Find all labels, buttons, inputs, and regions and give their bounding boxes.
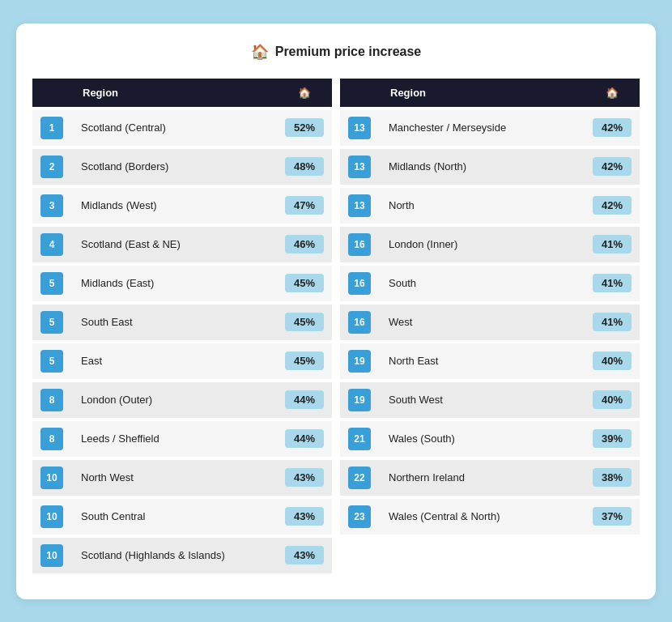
rank-badge: 16 xyxy=(348,233,371,256)
rank-cell: 22 xyxy=(340,460,381,496)
pct-pill: 45% xyxy=(285,274,324,292)
rank-cell: 10 xyxy=(32,538,73,573)
table-row: 8 Leeds / Sheffield 44% xyxy=(32,421,332,457)
region-cell: Midlands (West) xyxy=(73,188,277,224)
region-cell: North East xyxy=(381,343,585,379)
table-row: 3 Midlands (West) 47% xyxy=(32,188,332,224)
region-cell: Scotland (Central) xyxy=(73,110,277,146)
table-row: 13 North 42% xyxy=(340,188,640,224)
rank-cell: 19 xyxy=(340,343,381,379)
pct-pill: 44% xyxy=(285,390,324,409)
rank-cell: 16 xyxy=(340,266,381,301)
rank-badge: 10 xyxy=(40,544,63,567)
pct-cell: 37% xyxy=(585,499,640,535)
rank-badge: 8 xyxy=(40,389,63,411)
rank-badge: 22 xyxy=(348,466,371,489)
rank-badge: 13 xyxy=(348,117,371,139)
title-text: Premium price increase xyxy=(275,45,422,59)
table-row: 21 Wales (South) 39% xyxy=(340,421,640,457)
pct-pill: 46% xyxy=(285,235,324,253)
pct-cell: 52% xyxy=(277,110,332,146)
pct-pill: 41% xyxy=(593,274,632,292)
pct-pill: 40% xyxy=(593,390,632,409)
rank-badge: 21 xyxy=(348,428,371,450)
pct-pill: 52% xyxy=(285,118,324,137)
title-icon: 🏠 xyxy=(251,43,269,61)
rank-cell: 16 xyxy=(340,305,381,340)
pct-pill: 41% xyxy=(593,313,632,331)
table-row: 19 South West 40% xyxy=(340,382,640,418)
table-row: 23 Wales (Central & North) 37% xyxy=(340,499,640,535)
left-table: Region 🏠 1 Scotland (Central) 52% 2 Scot… xyxy=(32,75,332,577)
pct-cell: 40% xyxy=(585,343,640,379)
region-cell: Midlands (East) xyxy=(73,266,277,301)
pct-cell: 48% xyxy=(277,149,332,185)
rank-cell: 13 xyxy=(340,110,381,146)
table-row: 8 London (Outer) 44% xyxy=(32,382,332,418)
region-cell: Wales (Central & North) xyxy=(381,499,585,535)
right-region-header: Region xyxy=(381,79,585,107)
region-cell: Scotland (Highlands & Islands) xyxy=(73,538,277,573)
left-rank-header xyxy=(32,79,73,107)
region-cell: West xyxy=(381,305,585,340)
rank-badge: 13 xyxy=(348,194,371,217)
pct-cell: 45% xyxy=(277,266,332,301)
rank-cell: 13 xyxy=(340,149,381,185)
rank-badge: 5 xyxy=(40,350,63,373)
pct-cell: 41% xyxy=(585,266,640,301)
rank-cell: 8 xyxy=(32,421,73,457)
table-row: 13 Midlands (North) 42% xyxy=(340,149,640,185)
rank-badge: 19 xyxy=(348,389,371,411)
pct-pill: 44% xyxy=(285,429,324,448)
rank-badge: 4 xyxy=(40,233,63,256)
left-table-container: Region 🏠 1 Scotland (Central) 52% 2 Scot… xyxy=(32,75,332,577)
region-cell: Wales (South) xyxy=(381,421,585,457)
pct-pill: 45% xyxy=(285,351,324,370)
pct-cell: 41% xyxy=(585,227,640,262)
table-row: 10 South Central 43% xyxy=(32,499,332,535)
pct-cell: 43% xyxy=(277,499,332,535)
right-icon-header: 🏠 xyxy=(585,79,640,107)
table-row: 5 South East 45% xyxy=(32,305,332,340)
pct-cell: 42% xyxy=(585,188,640,224)
table-row: 13 Manchester / Merseyside 42% xyxy=(340,110,640,146)
pct-pill: 47% xyxy=(285,196,324,215)
pct-pill: 40% xyxy=(593,351,632,370)
right-rank-header xyxy=(340,79,381,107)
pct-pill: 43% xyxy=(285,546,324,564)
pct-cell: 46% xyxy=(277,227,332,262)
pct-pill: 42% xyxy=(593,157,632,176)
rank-badge: 3 xyxy=(40,194,63,217)
pct-cell: 45% xyxy=(277,305,332,340)
chart-title: 🏠 Premium price increase xyxy=(32,43,640,61)
rank-cell: 8 xyxy=(32,382,73,418)
card: 🏠 Premium price increase Region 🏠 1 Scot… xyxy=(16,23,656,599)
rank-badge: 5 xyxy=(40,272,63,295)
rank-badge: 5 xyxy=(40,311,63,334)
table-row: 19 North East 40% xyxy=(340,343,640,379)
rank-cell: 21 xyxy=(340,421,381,457)
region-cell: Northern Ireland xyxy=(381,460,585,496)
rank-badge: 10 xyxy=(40,466,63,489)
pct-cell: 47% xyxy=(277,188,332,224)
rank-cell: 23 xyxy=(340,499,381,535)
table-row: 5 East 45% xyxy=(32,343,332,379)
table-row: 16 London (Inner) 41% xyxy=(340,227,640,262)
pct-pill: 37% xyxy=(593,507,632,526)
rank-cell: 10 xyxy=(32,460,73,496)
pct-pill: 43% xyxy=(285,468,324,487)
rank-cell: 4 xyxy=(32,227,73,262)
region-cell: South West xyxy=(381,382,585,418)
rank-badge: 8 xyxy=(40,428,63,450)
pct-cell: 38% xyxy=(585,460,640,496)
left-icon-header: 🏠 xyxy=(277,79,332,107)
pct-cell: 42% xyxy=(585,110,640,146)
rank-cell: 5 xyxy=(32,305,73,340)
tables-wrapper: Region 🏠 1 Scotland (Central) 52% 2 Scot… xyxy=(32,75,640,577)
pct-pill: 42% xyxy=(593,196,632,215)
region-cell: North xyxy=(381,188,585,224)
rank-badge: 13 xyxy=(348,156,371,178)
region-cell: Scotland (Borders) xyxy=(73,149,277,185)
rank-cell: 5 xyxy=(32,266,73,301)
table-row: 2 Scotland (Borders) 48% xyxy=(32,149,332,185)
